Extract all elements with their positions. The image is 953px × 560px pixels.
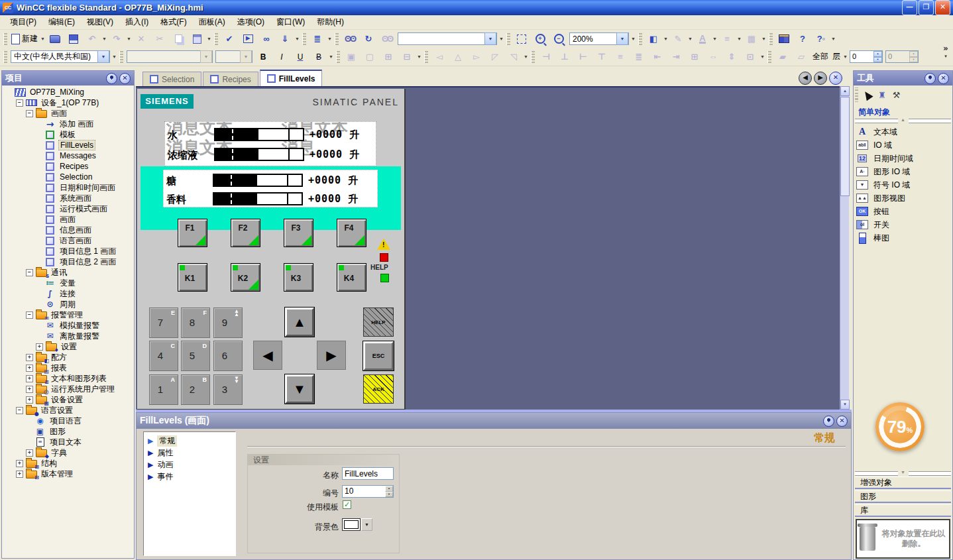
same-size-tool-1[interactable]: ⇕ — [722, 49, 741, 65]
bar-label[interactable]: 水 — [168, 129, 178, 141]
menu-item-0[interactable]: 项目(P) — [4, 15, 42, 29]
save-button[interactable] — [64, 31, 83, 47]
tool-symbolic-io-field[interactable]: ▼符号 IO 域 — [856, 178, 951, 192]
toolbox-icon[interactable]: ⚒ — [893, 90, 901, 100]
expand-icon[interactable]: + — [26, 396, 33, 404]
scroll-up-icon[interactable]: ▲ — [840, 86, 850, 96]
properties-nav-1[interactable]: ▶属性 — [144, 447, 235, 459]
tree-item[interactable]: +☺运行系统用户管理 — [3, 384, 133, 394]
tree-item[interactable]: −●语言设置 — [3, 405, 133, 416]
tree-item[interactable]: +◆字典 — [3, 447, 133, 458]
align-tool-0[interactable]: ⊣ — [537, 49, 555, 65]
same-size-tool-0[interactable]: ⇔ — [704, 49, 722, 65]
chevron-down-icon[interactable]: ▼ — [484, 32, 496, 45]
toolbar-grip[interactable] — [3, 33, 7, 45]
dropdown-arrow-icon[interactable]: ▼ — [663, 32, 669, 46]
stepper-up-icon[interactable]: ▲ — [385, 486, 393, 492]
toolbar-grip[interactable] — [336, 51, 340, 63]
zoom-area-button[interactable] — [512, 31, 531, 47]
expand-icon[interactable]: + — [36, 343, 43, 351]
tree-item[interactable]: 项目信息 2 画面 — [3, 256, 133, 267]
menu-item-8[interactable]: 帮助(H) — [311, 15, 350, 29]
bar-label[interactable]: 香料 — [166, 194, 186, 205]
bargraph-row[interactable]: 糖+0000 升 — [164, 173, 377, 190]
tree-item[interactable]: +◧配方 — [3, 352, 133, 363]
tree-item[interactable]: −✉报警管理 — [3, 309, 133, 320]
strikethrough-button[interactable]: B — [309, 49, 328, 65]
tree-item[interactable]: OP77B_MiXing — [3, 87, 133, 97]
dropdown-arrow-icon[interactable]: ▼ — [842, 50, 848, 64]
sort-button[interactable]: ≣ — [308, 31, 327, 47]
toolbar-grip[interactable] — [638, 33, 642, 45]
dropdown-arrow-icon[interactable]: ▼ — [498, 32, 504, 46]
toolbar-grip[interactable] — [769, 33, 773, 45]
tree-item[interactable]: 系统画面 — [3, 193, 133, 203]
section-bar-2[interactable]: 库 — [855, 504, 951, 517]
border-style-button[interactable]: ▦ — [742, 31, 761, 47]
close-button[interactable]: ✕ — [935, 0, 950, 15]
restore-button[interactable]: ❐ — [919, 0, 934, 15]
redo-button[interactable]: ↷ — [107, 31, 126, 47]
toolbar-grip[interactable] — [119, 51, 123, 63]
tree-item[interactable]: +≡文本和图形列表 — [3, 373, 133, 384]
dropdown-arrow-icon[interactable]: ▼ — [126, 32, 132, 46]
tree-item[interactable]: 运行模式画面 — [3, 203, 133, 214]
delete-drop-zone[interactable]: 将对象放置在此以删除。 — [856, 519, 950, 559]
bargraph[interactable] — [214, 148, 304, 161]
tab-forward-icon[interactable]: ▶ — [814, 72, 827, 85]
properties-nav-3[interactable]: ▶事件 — [144, 471, 235, 482]
flip-rotate-tool-1[interactable]: △ — [449, 49, 467, 65]
bargraph[interactable] — [214, 128, 304, 141]
tree-item[interactable]: ≔变量 — [3, 278, 133, 288]
pin-icon[interactable] — [823, 416, 834, 427]
number-stepper[interactable]: 10 ▲▼ — [342, 485, 394, 498]
flip-rotate-tool-2[interactable]: ▻ — [467, 49, 486, 65]
align-tool-8[interactable]: ⊞ — [685, 49, 704, 65]
dropdown-arrow-icon[interactable]: ▼ — [328, 50, 334, 64]
copy-button[interactable] — [169, 31, 188, 47]
chevron-down-icon[interactable]: ▼ — [898, 469, 909, 476]
tree-item[interactable]: 画面 — [3, 214, 133, 225]
tab-filllevels[interactable]: FillLevels — [260, 70, 323, 86]
tree-item[interactable]: Messages — [3, 150, 133, 161]
dropdown-arrow-icon[interactable]: ▼ — [206, 32, 212, 46]
tree-item[interactable]: 项目信息 1 画面 — [3, 246, 133, 256]
dropdown-arrow-icon[interactable]: ▼ — [630, 32, 636, 46]
tree-item[interactable]: ✉模拟量报警 — [3, 320, 133, 331]
align-tool-7[interactable]: ⇥ — [667, 49, 685, 65]
flip-rotate-tool-0[interactable]: ◅ — [430, 49, 449, 65]
tree-item[interactable]: ≡项目文本 — [3, 437, 133, 447]
layer-tool-0[interactable]: ▰ — [773, 49, 792, 65]
align-tool-4[interactable]: ≡ — [611, 49, 630, 65]
dropdown-arrow-icon[interactable]: ▼ — [830, 32, 836, 46]
language-combo[interactable]: 中文(中华人民共和国)▼ — [11, 50, 110, 63]
collapse-icon[interactable]: − — [16, 99, 23, 107]
help-search-button[interactable]: ?◦ — [812, 31, 830, 47]
tab-selection[interactable]: Selection — [142, 72, 201, 86]
new-dropdown-icon[interactable]: ▼ — [40, 32, 46, 46]
tree-item[interactable]: −设备_1(OP 77B) — [3, 97, 133, 108]
menu-item-2[interactable]: 视图(V) — [81, 15, 119, 29]
pin-icon[interactable] — [925, 73, 936, 84]
menu-item-3[interactable]: 插入(I) — [119, 15, 154, 29]
find-refresh-button[interactable]: ↻ — [359, 31, 378, 47]
expand-icon[interactable]: + — [26, 364, 33, 372]
tree-item[interactable]: 语言画面 — [3, 235, 133, 246]
expand-icon[interactable]: + — [26, 386, 33, 393]
tree-item[interactable]: −s通讯 — [3, 267, 133, 278]
section-bar-1[interactable]: 图形 — [855, 490, 951, 503]
italic-button[interactable]: I — [272, 49, 291, 65]
open-button[interactable] — [46, 31, 64, 47]
spinner-up-icon[interactable]: ▲ — [873, 51, 882, 57]
bargraph[interactable] — [213, 174, 303, 187]
toolbar-overflow-button[interactable]: »▾ — [941, 45, 950, 60]
tree-item[interactable]: FillLevels — [3, 140, 133, 150]
screen-fill-area[interactable]: 糖+0000 升香料+0000 升 — [163, 170, 378, 207]
align-tool-1[interactable]: ⊥ — [555, 49, 574, 65]
toolbar-grip[interactable] — [3, 51, 7, 63]
toolbar-grip[interactable] — [335, 33, 339, 45]
flip-rotate-tool-4[interactable]: ◹ — [504, 49, 523, 65]
properties-nav-0[interactable]: ▶常规 — [144, 435, 235, 447]
tree-item[interactable]: 信息画面 — [3, 225, 133, 235]
bgcolor-swatch[interactable] — [342, 518, 361, 531]
